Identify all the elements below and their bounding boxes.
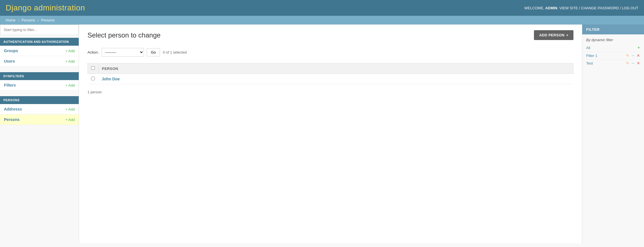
action-select[interactable]: --------- xyxy=(102,48,144,57)
sidebar-item-addresss: Addresss + Add xyxy=(0,104,79,114)
breadcrumb-separator-2: › xyxy=(38,18,39,22)
filter-1-actions: ✎ ↔ ✕ xyxy=(626,53,640,58)
sidebar-spacer-2 xyxy=(0,91,79,93)
table-header-person: PERSON xyxy=(98,63,573,74)
table-header-row: PERSON xyxy=(88,63,573,74)
add-person-button[interactable]: ADD PERSON + xyxy=(534,30,573,40)
filter-all-link[interactable]: All xyxy=(586,46,590,50)
action-label: Action: xyxy=(87,50,99,54)
filter-test-delete-icon[interactable]: ✕ xyxy=(637,61,640,65)
selection-count: 0 of 1 selected xyxy=(163,50,187,54)
filter-row-test: Test ✎ ↔ ✕ xyxy=(586,59,640,67)
breadcrumb-separator-1: › xyxy=(18,18,19,22)
sidebar-link-filters[interactable]: Filters xyxy=(4,83,16,87)
view-site-link[interactable]: VIEW SITE xyxy=(559,6,578,10)
page-title: Select person to change xyxy=(87,31,161,39)
sidebar-link-groups[interactable]: Groups xyxy=(4,48,18,53)
sidebar-section-dynfilters: DYNFILTERS xyxy=(0,72,79,80)
content-header: Select person to change ADD PERSON + xyxy=(87,30,573,40)
filter-row-1: Filter 1 ✎ ↔ ✕ xyxy=(586,52,640,59)
select-all-checkbox[interactable] xyxy=(91,66,95,70)
breadcrumb-current: Persons xyxy=(41,18,55,22)
admin-name: ADMIN xyxy=(545,6,557,10)
person-link[interactable]: John Doe xyxy=(102,77,120,81)
sidebar-add-filters[interactable]: + Add xyxy=(65,83,75,87)
sidebar-spacer-1 xyxy=(0,67,79,69)
filter-add-icon[interactable]: + xyxy=(638,45,640,50)
filter-test-actions: ✎ ↔ ✕ xyxy=(626,61,640,65)
filter-header: FILTER xyxy=(582,25,644,34)
sidebar-link-users[interactable]: Users xyxy=(4,59,15,63)
sidebar-section-auth: AUTHENTICATION AND AUTHORIZATION xyxy=(0,38,79,46)
breadcrumb-home[interactable]: Home xyxy=(6,18,16,22)
filter-row-all: All + xyxy=(586,44,640,52)
table-head: PERSON xyxy=(88,63,573,74)
main-container: AUTHENTICATION AND AUTHORIZATION Groups … xyxy=(0,25,644,243)
filter-section-title: By dynamic filter xyxy=(582,34,644,44)
result-count: 1 person xyxy=(87,89,573,96)
row-checkbox-cell xyxy=(88,74,98,84)
sidebar-section-persons: PERSONS xyxy=(0,96,79,104)
results-table: PERSON John Doe xyxy=(87,63,573,84)
sidebar-item-persons: Persons + Add xyxy=(0,114,79,125)
filter-1-link[interactable]: Filter 1 xyxy=(586,54,597,58)
filter-test-link[interactable]: Test xyxy=(586,61,593,65)
go-button[interactable]: Go xyxy=(147,48,160,56)
change-password-link[interactable]: CHANGE PASSWORD xyxy=(581,6,619,10)
sidebar-add-users[interactable]: + Add xyxy=(65,59,75,63)
user-tools: WELCOME, ADMIN. VIEW SITE / CHANGE PASSW… xyxy=(524,6,638,10)
sidebar: AUTHENTICATION AND AUTHORIZATION Groups … xyxy=(0,25,79,243)
sidebar-add-addresss[interactable]: + Add xyxy=(65,107,75,111)
table-row: John Doe xyxy=(88,74,573,84)
add-person-icon: + xyxy=(566,33,568,37)
add-person-label: ADD PERSON xyxy=(539,33,564,37)
filter-1-delete-icon[interactable]: ✕ xyxy=(637,53,640,58)
main-content: Select person to change ADD PERSON + Act… xyxy=(79,25,582,243)
row-checkbox[interactable] xyxy=(91,77,95,80)
sidebar-item-users: Users + Add xyxy=(0,56,79,67)
sidebar-link-addresss[interactable]: Addresss xyxy=(4,107,22,111)
filter-1-share-icon[interactable]: ↔ xyxy=(631,53,635,58)
table-body: John Doe xyxy=(88,74,573,84)
welcome-text: WELCOME, xyxy=(524,6,545,10)
filter-1-edit-icon[interactable]: ✎ xyxy=(626,53,629,58)
sidebar-add-persons[interactable]: + Add xyxy=(65,118,75,122)
filter-sidebar: FILTER By dynamic filter All + Filter 1 … xyxy=(582,25,644,243)
sidebar-item-groups: Groups + Add xyxy=(0,46,79,56)
site-title: Django administration xyxy=(6,3,85,12)
header: Django administration WELCOME, ADMIN. VI… xyxy=(0,0,644,16)
sidebar-link-persons[interactable]: Persons xyxy=(4,117,19,122)
filter-items: All + Filter 1 ✎ ↔ ✕ Test ✎ ↔ ✕ xyxy=(582,44,644,67)
sidebar-item-filters: Filters + Add xyxy=(0,80,79,91)
table-header-checkbox xyxy=(88,63,98,74)
sidebar-add-groups[interactable]: + Add xyxy=(65,49,75,53)
breadcrumb-persons-section[interactable]: Persons xyxy=(21,18,35,22)
row-person-cell: John Doe xyxy=(98,74,573,84)
log-out-link[interactable]: LOG OUT xyxy=(622,6,638,10)
filter-test-share-icon[interactable]: ↔ xyxy=(631,61,635,65)
sidebar-filter-input[interactable] xyxy=(0,25,79,35)
filter-test-edit-icon[interactable]: ✎ xyxy=(626,61,629,65)
action-bar: Action: --------- Go 0 of 1 selected xyxy=(87,46,573,59)
breadcrumb: Home › Persons › Persons xyxy=(0,16,644,25)
